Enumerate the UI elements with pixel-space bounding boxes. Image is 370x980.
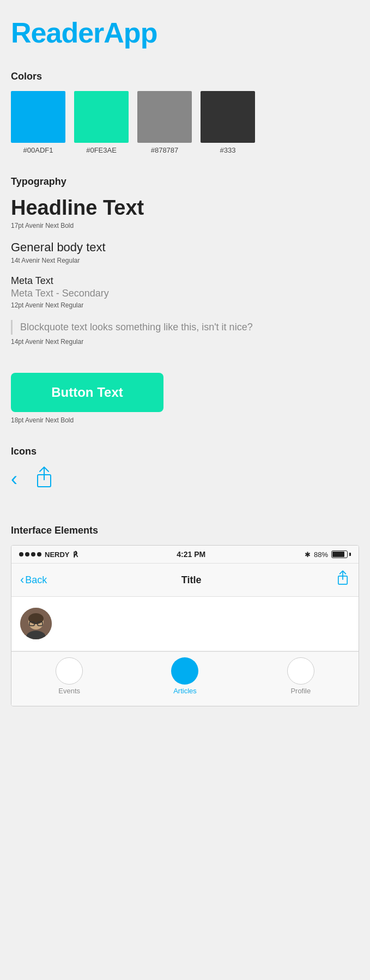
- meta-text-secondary: Meta Text - Secondary: [11, 288, 359, 299]
- colors-section: Colors #00ADF1 #0FE3AE #878787 #333: [11, 71, 359, 154]
- color-swatch-green: #0FE3AE: [74, 91, 129, 154]
- colors-section-label: Colors: [11, 71, 359, 82]
- typography-section: Typography Headline Text 17pt Avenir Nex…: [11, 176, 359, 346]
- phone-mockup: NERDY ℟ 4:21 PM ✱ 88%: [11, 545, 359, 706]
- tab-bar: Events Articles Profile: [11, 651, 359, 706]
- status-right: ✱ 88%: [305, 551, 351, 559]
- tab-icon-articles: [171, 657, 198, 685]
- signal-dot-3: [31, 552, 35, 556]
- avatar: [20, 608, 52, 639]
- icons-section: Icons ‹: [11, 446, 359, 492]
- body-meta: 14t Avenir Next Regular: [11, 257, 359, 264]
- svg-point-6: [28, 613, 44, 624]
- interface-elements-section: Interface Elements NERDY ℟ 4:21 PM: [11, 525, 359, 706]
- blockquote-wrapper: Blockquote text looks something like thi…: [11, 320, 359, 335]
- color-swatches: #00ADF1 #0FE3AE #878787 #333: [11, 91, 359, 154]
- signal-dot-1: [19, 552, 23, 556]
- tab-icon-profile: [287, 657, 314, 685]
- back-button[interactable]: ‹ Back: [20, 573, 47, 587]
- color-swatch-blue: #00ADF1: [11, 91, 65, 154]
- status-bar: NERDY ℟ 4:21 PM ✱ 88%: [11, 546, 359, 564]
- nav-bar: ‹ Back Title: [11, 564, 359, 597]
- icons-section-label: Icons: [11, 446, 359, 457]
- chevron-left-icon[interactable]: ‹: [11, 469, 17, 489]
- nav-title: Title: [181, 574, 202, 586]
- headline-meta: 17pt Avenir Next Bold: [11, 222, 359, 229]
- color-box-gray: [137, 91, 192, 143]
- color-box-blue: [11, 91, 65, 143]
- color-label-dark: #333: [220, 146, 236, 154]
- signal-dot-2: [25, 552, 29, 556]
- color-box-dark: [201, 91, 255, 143]
- tab-label-profile: Profile: [290, 687, 311, 695]
- color-box-green: [74, 91, 129, 143]
- back-chevron-icon: ‹: [20, 573, 24, 587]
- icons-row: ‹: [11, 466, 359, 492]
- meta-text-primary: Meta Text: [11, 275, 359, 287]
- color-label-gray: #878787: [151, 146, 179, 154]
- status-time: 4:21 PM: [177, 550, 205, 559]
- color-label-green: #0FE3AE: [86, 146, 117, 154]
- content-area: [11, 597, 359, 651]
- tab-icon-events: [56, 657, 83, 685]
- meta-text-meta: 12pt Avenir Next Regular: [11, 301, 359, 309]
- blockquote-text: Blockquote text looks something like thi…: [20, 320, 359, 335]
- battery-fill: [332, 552, 344, 557]
- button-meta: 18pt Avenir Next Bold: [11, 416, 359, 424]
- tab-item-profile[interactable]: Profile: [279, 657, 323, 695]
- color-swatch-gray: #878787: [137, 91, 192, 154]
- battery-tip: [349, 553, 351, 556]
- battery-bar: [331, 551, 351, 558]
- battery-body: [331, 551, 348, 558]
- carrier-name: NERDY: [45, 551, 70, 559]
- status-left: NERDY ℟: [19, 551, 78, 559]
- app-title: ReaderApp: [11, 16, 359, 49]
- blockquote-meta: 14pt Avenir Next Regular: [11, 338, 359, 346]
- cta-button[interactable]: Button Text: [11, 373, 163, 412]
- button-section: Button Text 18pt Avenir Next Bold: [11, 373, 359, 424]
- tab-item-events[interactable]: Events: [47, 657, 91, 695]
- wifi-icon: ℟: [73, 551, 78, 559]
- bluetooth-icon: ✱: [305, 551, 311, 559]
- headline-text: Headline Text: [11, 196, 359, 220]
- color-swatch-dark: #333: [201, 91, 255, 154]
- tab-label-events: Events: [58, 687, 80, 695]
- nav-share-button[interactable]: [336, 570, 350, 590]
- tab-label-articles: Articles: [173, 687, 197, 695]
- interface-section-label: Interface Elements: [11, 525, 359, 536]
- tab-item-articles[interactable]: Articles: [163, 657, 207, 695]
- share-icon[interactable]: [34, 466, 54, 492]
- typography-section-label: Typography: [11, 176, 359, 187]
- signal-dot-4: [37, 552, 41, 556]
- body-text: General body text: [11, 240, 359, 255]
- back-label: Back: [25, 574, 47, 586]
- color-label-blue: #00ADF1: [23, 146, 53, 154]
- signal-dots: [19, 552, 41, 556]
- battery-percent: 88%: [314, 551, 328, 559]
